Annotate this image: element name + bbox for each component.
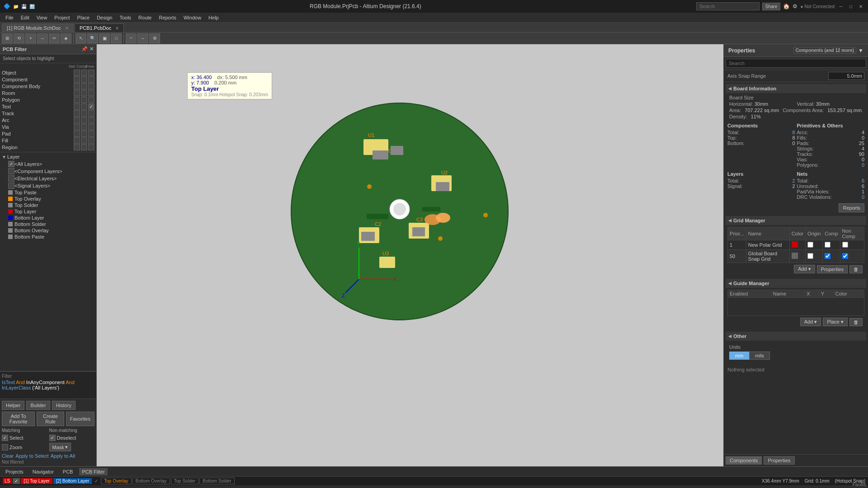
grid-add-btn[interactable]: Add ▾ (794, 265, 815, 273)
toolbar-rect-btn[interactable]: □ (111, 33, 122, 43)
apply-to-all-link[interactable]: Apply to All (51, 453, 75, 459)
mask-dropdown-btn[interactable]: Mask ▾ (49, 443, 71, 451)
cb-via-free[interactable] (88, 124, 94, 130)
cb-arc-net[interactable] (74, 117, 80, 123)
close-btn[interactable]: ✕ (857, 3, 864, 10)
guide-manager-header[interactable]: ◀ Guide Manager (726, 279, 866, 288)
cb-polygon-free[interactable] (88, 97, 94, 103)
cb-region-net[interactable] (74, 144, 80, 150)
footer-components-tab[interactable]: Components (726, 456, 762, 465)
guide-place-btn[interactable]: Place ▾ (823, 318, 848, 326)
axis-snap-input[interactable] (828, 72, 864, 80)
layer-bottom-solder[interactable]: Bottom Solder (2, 221, 94, 227)
properties-search-input[interactable] (726, 59, 866, 68)
cb-deselect[interactable] (49, 435, 56, 441)
menu-view[interactable]: View (33, 14, 51, 21)
helper-btn[interactable]: Helper (2, 401, 24, 410)
menu-tools[interactable]: Tools (116, 14, 135, 21)
home-icon[interactable]: 🏠 (783, 3, 790, 9)
cb-text-net[interactable] (74, 103, 80, 110)
toolbar-cut-btn[interactable]: ✂ (49, 33, 60, 43)
toolbar-settings-btn[interactable]: ⚙ (149, 33, 160, 43)
cb-object-free[interactable] (88, 70, 94, 76)
layer-top-layer[interactable]: Top Layer (2, 208, 94, 215)
toolbar-trace-btn[interactable]: ~ (126, 33, 137, 43)
cb-fill-free[interactable] (88, 137, 94, 144)
top-overlay-badge[interactable]: Top Overlay (101, 478, 131, 484)
guide-add-btn[interactable]: Add ▾ (800, 318, 821, 326)
settings-icon[interactable]: ⚙ (793, 3, 797, 9)
layer-top-solder[interactable]: Top Solder (2, 202, 94, 208)
grid-origin-1-cb[interactable] (807, 242, 813, 248)
footer-properties-tab[interactable]: Properties (764, 456, 794, 465)
board-info-header[interactable]: ◀ Board Information (726, 84, 866, 93)
cb-fill-comp[interactable] (81, 137, 87, 144)
minimize-btn[interactable]: ─ (837, 3, 844, 10)
cb-component-comp[interactable] (81, 76, 87, 83)
cb-polygon-comp[interactable] (81, 97, 87, 103)
tab-pcb[interactable]: PCB1.PcbDoc ✕ (75, 23, 124, 32)
cb-region-free[interactable] (88, 144, 94, 150)
layer-top-paste[interactable]: Top Paste (2, 189, 94, 196)
grid-noncomp-2-cb[interactable] (842, 253, 848, 259)
components-filter-label[interactable]: Components (and 12 more) (793, 47, 856, 54)
cb-via-net[interactable] (74, 124, 80, 130)
layer-component-checkbox[interactable] (8, 168, 14, 174)
menu-design[interactable]: Design (93, 14, 116, 21)
tab-schematic-close[interactable]: ✕ (65, 26, 69, 31)
layer-component[interactable]: <Component Layers> (2, 168, 94, 175)
filter-icon[interactable]: ▼ (858, 47, 863, 54)
tab-navigator[interactable]: Navigator (30, 468, 57, 475)
cb-object-comp[interactable] (81, 70, 87, 76)
toolbar-measure-btn[interactable]: ↔ (137, 33, 148, 43)
menu-help[interactable]: Help (205, 14, 222, 21)
cb-zoom[interactable] (2, 444, 8, 450)
restore-btn[interactable]: □ (847, 3, 854, 10)
cb-room-comp[interactable] (81, 90, 87, 96)
menu-reports[interactable]: Reports (155, 14, 180, 21)
builder-btn[interactable]: Builder (26, 401, 50, 410)
cb-compbody-comp[interactable] (81, 83, 87, 89)
cb-room-free[interactable] (88, 90, 94, 96)
cb-track-net[interactable] (74, 110, 80, 117)
share-icon[interactable]: Share (762, 3, 781, 10)
toolbar-filter-btn[interactable]: ⊞ (2, 33, 13, 43)
grid-origin-2-cb[interactable] (807, 253, 813, 259)
grid-comp-2-cb[interactable] (825, 253, 830, 259)
cb-arc-comp[interactable] (81, 117, 87, 123)
apply-to-select-link[interactable]: Apply to Select (15, 453, 48, 459)
clear-link[interactable]: Clear (2, 453, 14, 459)
layer-all-checkbox[interactable] (8, 161, 14, 167)
global-search-input[interactable] (696, 2, 760, 10)
cb-select[interactable] (2, 435, 8, 441)
add-favorite-btn[interactable]: Add To Favorite (2, 412, 35, 426)
cb-text-comp[interactable] (81, 103, 87, 110)
toolbar-route-btn[interactable]: ⟲ (14, 33, 24, 43)
panel-pin-icon[interactable]: 📌 (81, 46, 88, 52)
panel-close-icon[interactable]: ✕ (90, 46, 94, 52)
cb-polygon-net[interactable] (74, 97, 80, 103)
toolbar-highlight-btn[interactable]: ◈ (61, 33, 71, 43)
grid-properties-btn[interactable]: Properties (817, 265, 848, 273)
tab-schematic[interactable]: [1] RGB Module.SchDoc ✕ (2, 23, 74, 32)
reports-button[interactable]: Reports (839, 203, 864, 212)
tab-pcb-close[interactable]: ✕ (115, 26, 119, 31)
titlebar-right-icons[interactable]: Share 🏠 ⚙ ● Not Connected ─ □ ✕ (696, 2, 864, 10)
toolbar-cursor-btn[interactable]: ↖ (75, 33, 86, 43)
menu-place[interactable]: Place (74, 14, 94, 21)
pcb-canvas[interactable]: x: 36.400 dx: 5.500 mm y: 7.900 0.200 mm… (97, 44, 723, 466)
cb-track-free[interactable] (88, 110, 94, 117)
layer-signal[interactable]: <Signal Layers> (2, 182, 94, 189)
cb-compbody-net[interactable] (74, 83, 80, 89)
grid-manager-header[interactable]: ◀ Grid Manager (726, 216, 866, 225)
guide-delete-btn[interactable]: 🗑 (849, 318, 863, 326)
cb-component-free[interactable] (88, 76, 94, 83)
cb-pad-net[interactable] (74, 131, 80, 137)
cb-region-comp[interactable] (81, 144, 87, 150)
layer-bottom-paste[interactable]: Bottom Paste (2, 234, 94, 240)
cb-compbody-free[interactable] (88, 83, 94, 89)
cb-pad-free[interactable] (88, 131, 94, 137)
tab-pcb-filter[interactable]: PCB Filter (79, 468, 107, 475)
layer-electrical-checkbox[interactable] (8, 175, 14, 182)
cb-arc-free[interactable] (88, 117, 94, 123)
